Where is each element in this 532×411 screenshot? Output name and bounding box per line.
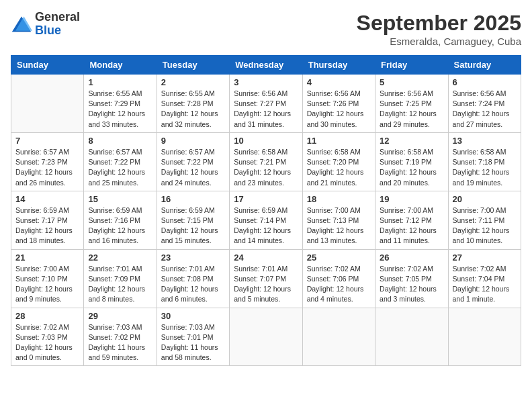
day-info: Sunrise: 7:02 AM Sunset: 7:05 PM Dayligh…: [380, 264, 443, 305]
calendar-cell: 21Sunrise: 7:00 AM Sunset: 7:10 PM Dayli…: [11, 249, 84, 308]
calendar-week-3: 14Sunrise: 6:59 AM Sunset: 7:17 PM Dayli…: [11, 191, 521, 249]
day-number: 10: [234, 136, 298, 146]
calendar-cell: 9Sunrise: 6:57 AM Sunset: 7:22 PM Daylig…: [157, 132, 229, 191]
logo-text: General Blue: [35, 11, 80, 38]
calendar-cell: 8Sunrise: 6:57 AM Sunset: 7:22 PM Daylig…: [84, 132, 157, 191]
calendar-cell: 23Sunrise: 7:01 AM Sunset: 7:08 PM Dayli…: [157, 249, 229, 308]
calendar-cell: [11, 75, 84, 133]
day-number: 28: [15, 311, 79, 321]
day-info: Sunrise: 6:59 AM Sunset: 7:14 PM Dayligh…: [234, 205, 298, 246]
day-number: 29: [88, 311, 152, 321]
day-number: 2: [161, 77, 225, 87]
day-number: 20: [453, 194, 517, 204]
day-info: Sunrise: 6:58 AM Sunset: 7:18 PM Dayligh…: [453, 147, 517, 188]
day-info: Sunrise: 7:00 AM Sunset: 7:12 PM Dayligh…: [380, 205, 443, 246]
calendar-cell: 17Sunrise: 6:59 AM Sunset: 7:14 PM Dayli…: [230, 191, 302, 249]
calendar-cell: [230, 308, 302, 366]
calendar-cell: 20Sunrise: 7:00 AM Sunset: 7:11 PM Dayli…: [448, 191, 521, 249]
calendar-cell: 13Sunrise: 6:58 AM Sunset: 7:18 PM Dayli…: [448, 132, 521, 191]
calendar-cell: 11Sunrise: 6:58 AM Sunset: 7:20 PM Dayli…: [302, 132, 375, 191]
day-info: Sunrise: 7:02 AM Sunset: 7:04 PM Dayligh…: [453, 264, 517, 305]
day-info: Sunrise: 6:55 AM Sunset: 7:28 PM Dayligh…: [161, 89, 225, 130]
day-info: Sunrise: 6:57 AM Sunset: 7:22 PM Dayligh…: [161, 147, 225, 188]
page-header: General Blue September 2025 Esmeralda, C…: [11, 11, 521, 47]
calendar-cell: 7Sunrise: 6:57 AM Sunset: 7:23 PM Daylig…: [11, 132, 84, 191]
logo-icon: [11, 15, 32, 34]
calendar-cell: 2Sunrise: 6:55 AM Sunset: 7:28 PM Daylig…: [157, 75, 229, 133]
calendar-cell: 18Sunrise: 7:00 AM Sunset: 7:13 PM Dayli…: [302, 191, 375, 249]
day-info: Sunrise: 7:01 AM Sunset: 7:08 PM Dayligh…: [161, 264, 225, 305]
weekday-header-monday: Monday: [84, 56, 157, 75]
logo-blue: Blue: [35, 24, 80, 38]
calendar-cell: 6Sunrise: 6:56 AM Sunset: 7:24 PM Daylig…: [448, 75, 521, 133]
day-info: Sunrise: 6:55 AM Sunset: 7:29 PM Dayligh…: [88, 89, 152, 130]
weekday-header-friday: Friday: [375, 56, 448, 75]
day-info: Sunrise: 7:01 AM Sunset: 7:09 PM Dayligh…: [88, 264, 152, 305]
day-number: 13: [453, 136, 517, 146]
calendar-week-4: 21Sunrise: 7:00 AM Sunset: 7:10 PM Dayli…: [11, 249, 521, 308]
day-info: Sunrise: 6:58 AM Sunset: 7:19 PM Dayligh…: [380, 147, 443, 188]
calendar-cell: 19Sunrise: 7:00 AM Sunset: 7:12 PM Dayli…: [375, 191, 448, 249]
weekday-header-saturday: Saturday: [448, 56, 521, 75]
day-info: Sunrise: 6:58 AM Sunset: 7:21 PM Dayligh…: [234, 147, 298, 188]
weekday-header-sunday: Sunday: [11, 56, 84, 75]
logo: General Blue: [11, 11, 80, 38]
day-info: Sunrise: 7:01 AM Sunset: 7:07 PM Dayligh…: [234, 264, 298, 305]
calendar-week-5: 28Sunrise: 7:02 AM Sunset: 7:03 PM Dayli…: [11, 308, 521, 366]
day-number: 12: [380, 136, 443, 146]
location-subtitle: Esmeralda, Camaguey, Cuba: [357, 36, 521, 47]
day-number: 30: [161, 311, 225, 321]
day-number: 18: [307, 194, 371, 204]
day-info: Sunrise: 7:03 AM Sunset: 7:02 PM Dayligh…: [88, 322, 152, 363]
day-info: Sunrise: 6:58 AM Sunset: 7:20 PM Dayligh…: [307, 147, 371, 188]
day-number: 17: [234, 194, 298, 204]
calendar-cell: 29Sunrise: 7:03 AM Sunset: 7:02 PM Dayli…: [84, 308, 157, 366]
calendar-week-2: 7Sunrise: 6:57 AM Sunset: 7:23 PM Daylig…: [11, 132, 521, 191]
day-info: Sunrise: 6:59 AM Sunset: 7:17 PM Dayligh…: [15, 205, 79, 246]
day-number: 5: [380, 77, 443, 87]
day-info: Sunrise: 7:00 AM Sunset: 7:13 PM Dayligh…: [307, 205, 371, 246]
day-number: 3: [234, 77, 298, 87]
weekday-header-tuesday: Tuesday: [157, 56, 229, 75]
day-number: 24: [234, 253, 298, 263]
day-number: 16: [161, 194, 225, 204]
day-number: 1: [88, 77, 152, 87]
calendar-cell: 3Sunrise: 6:56 AM Sunset: 7:27 PM Daylig…: [230, 75, 302, 133]
weekday-header-thursday: Thursday: [302, 56, 375, 75]
day-number: 15: [88, 194, 152, 204]
day-info: Sunrise: 6:56 AM Sunset: 7:27 PM Dayligh…: [234, 89, 298, 130]
day-number: 6: [453, 77, 517, 87]
calendar-cell: 12Sunrise: 6:58 AM Sunset: 7:19 PM Dayli…: [375, 132, 448, 191]
calendar-cell: 10Sunrise: 6:58 AM Sunset: 7:21 PM Dayli…: [230, 132, 302, 191]
day-number: 22: [88, 253, 152, 263]
day-number: 27: [453, 253, 517, 263]
logo-general: General: [35, 11, 80, 24]
day-info: Sunrise: 7:02 AM Sunset: 7:06 PM Dayligh…: [307, 264, 371, 305]
day-info: Sunrise: 7:00 AM Sunset: 7:11 PM Dayligh…: [453, 205, 517, 246]
day-number: 21: [15, 253, 79, 263]
calendar-cell: 5Sunrise: 6:56 AM Sunset: 7:25 PM Daylig…: [375, 75, 448, 133]
day-number: 7: [15, 136, 79, 146]
calendar-cell: 4Sunrise: 6:56 AM Sunset: 7:26 PM Daylig…: [302, 75, 375, 133]
day-info: Sunrise: 6:57 AM Sunset: 7:22 PM Dayligh…: [88, 147, 152, 188]
calendar-cell: 28Sunrise: 7:02 AM Sunset: 7:03 PM Dayli…: [11, 308, 84, 366]
day-number: 11: [307, 136, 371, 146]
calendar-cell: [448, 308, 521, 366]
month-title: September 2025: [357, 11, 521, 36]
day-info: Sunrise: 6:59 AM Sunset: 7:15 PM Dayligh…: [161, 205, 225, 246]
calendar-cell: 26Sunrise: 7:02 AM Sunset: 7:05 PM Dayli…: [375, 249, 448, 308]
day-info: Sunrise: 6:57 AM Sunset: 7:23 PM Dayligh…: [15, 147, 79, 188]
title-area: September 2025 Esmeralda, Camaguey, Cuba: [357, 11, 521, 47]
day-number: 26: [380, 253, 443, 263]
day-number: 8: [88, 136, 152, 146]
day-number: 23: [161, 253, 225, 263]
day-info: Sunrise: 6:59 AM Sunset: 7:16 PM Dayligh…: [88, 205, 152, 246]
day-info: Sunrise: 7:03 AM Sunset: 7:01 PM Dayligh…: [161, 322, 225, 363]
calendar-cell: 22Sunrise: 7:01 AM Sunset: 7:09 PM Dayli…: [84, 249, 157, 308]
weekday-header-wednesday: Wednesday: [230, 56, 302, 75]
calendar-cell: 15Sunrise: 6:59 AM Sunset: 7:16 PM Dayli…: [84, 191, 157, 249]
calendar-cell: 25Sunrise: 7:02 AM Sunset: 7:06 PM Dayli…: [302, 249, 375, 308]
day-info: Sunrise: 6:56 AM Sunset: 7:24 PM Dayligh…: [453, 89, 517, 130]
calendar-cell: 16Sunrise: 6:59 AM Sunset: 7:15 PM Dayli…: [157, 191, 229, 249]
day-number: 9: [161, 136, 225, 146]
